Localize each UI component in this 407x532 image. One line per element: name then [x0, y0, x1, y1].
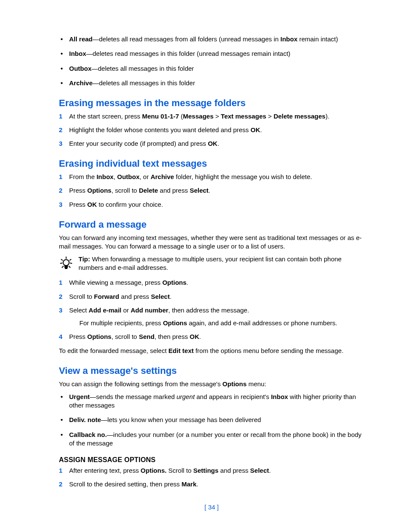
text: menu:	[247, 380, 266, 387]
text: —deletes read messages in this folder (u…	[86, 50, 291, 57]
key: Options	[87, 187, 112, 194]
italic: urgent	[177, 393, 195, 400]
text: Press	[69, 187, 87, 194]
menu-item: Options	[222, 380, 247, 387]
key: Select	[190, 187, 209, 194]
step: After entering text, press Options. Scro…	[59, 466, 364, 475]
text: You can assign the following settings fr…	[59, 380, 222, 387]
text: ).	[326, 113, 329, 120]
paragraph-forward: You can forward any incoming text messag…	[59, 234, 364, 251]
steps-assign: After entering text, press Options. Scro…	[59, 466, 364, 489]
term: All read	[69, 35, 93, 43]
step: From the Inbox, Outbox, or Archive folde…	[59, 173, 364, 181]
text: remain intact)	[297, 35, 338, 43]
text: to confirm your choice.	[97, 201, 163, 208]
svg-rect-9	[65, 268, 67, 269]
key: OK	[250, 126, 260, 133]
heading-forward: Forward a message	[59, 218, 364, 231]
step: Select Add e-mail or Add number, then ad…	[59, 306, 364, 328]
text: .	[218, 140, 219, 147]
text: .	[199, 333, 201, 340]
key: OK	[190, 333, 200, 340]
text: —sends the message marked	[90, 393, 176, 400]
text: , scroll to	[111, 333, 139, 340]
text: To edit the forwarded message, select	[59, 347, 169, 354]
lightbulb-icon	[59, 255, 78, 272]
text: and press	[119, 293, 151, 300]
text: from the options menu before sending the…	[194, 347, 343, 354]
text: ,	[113, 173, 117, 180]
svg-line-2	[61, 259, 63, 260]
menu-item: Edit text	[169, 347, 194, 354]
step: Press OK to confirm your choice.	[59, 200, 364, 209]
text: , then address the message.	[169, 306, 249, 314]
text: .	[260, 126, 262, 133]
menu-item: Add number	[131, 306, 168, 314]
key: Select	[250, 467, 269, 474]
steps-erasing-folders: At the start screen, press Menu 01-1-7 (…	[59, 112, 364, 148]
menu-item: Text messages	[221, 113, 266, 120]
text: .	[170, 293, 172, 300]
tip-block: Tip: When forwarding a message to multip…	[59, 255, 364, 272]
text: Press	[69, 201, 87, 208]
term: Callback no.	[69, 431, 107, 438]
text: , or	[140, 173, 151, 180]
step: Scroll to the desired setting, then pres…	[59, 480, 364, 489]
text: Scroll to	[69, 293, 94, 300]
svg-line-6	[62, 266, 64, 268]
text: and press	[218, 467, 250, 474]
heading-assign-options: ASSIGN MESSAGE OPTIONS	[59, 455, 364, 465]
step: Scroll to Forward and press Select.	[59, 292, 364, 301]
text: After entering text, press	[69, 467, 141, 474]
step: Highlight the folder whose contents you …	[59, 126, 364, 134]
svg-point-0	[63, 260, 69, 266]
page-number: [ 34 ]	[59, 503, 364, 512]
text: .	[269, 467, 271, 474]
paragraph-forward-edit: To edit the forwarded message, select Ed…	[59, 347, 364, 355]
folder-options-list: All read—deletes all read messages from …	[59, 35, 364, 87]
text: —deletes all read messages from all fold…	[93, 35, 280, 43]
text: and appears in recipient's	[195, 393, 271, 400]
text: Scroll to	[166, 467, 193, 474]
text: Enter your security code (if prompted) a…	[69, 140, 208, 147]
text: From the	[69, 173, 96, 180]
text: , scroll to	[111, 187, 139, 194]
text: >	[266, 113, 273, 120]
text: .	[209, 187, 210, 194]
text: and press	[158, 187, 189, 194]
folder: Inbox	[96, 173, 113, 180]
tip-text: Tip: When forwarding a message to multip…	[78, 255, 364, 272]
folder: Inbox	[271, 393, 288, 400]
key: Options	[163, 319, 187, 327]
text: While viewing a message, press	[69, 279, 162, 286]
settings-list: Urgent—sends the message marked urgent a…	[59, 393, 364, 448]
menu-item: Forward	[94, 293, 119, 300]
text: At the start screen, press	[69, 113, 142, 120]
key: OK	[208, 140, 218, 147]
term: Urgent	[69, 393, 90, 400]
text: —includes your number (or a number you e…	[69, 431, 361, 447]
term: Inbox	[280, 35, 297, 43]
list-item: Outbox—deletes all messages in this fold…	[59, 64, 364, 73]
text: , then press	[154, 333, 190, 340]
heading-erasing-folders: Erasing messages in the message folders	[59, 97, 364, 110]
term: Outbox	[69, 65, 92, 72]
key: Select	[151, 293, 170, 300]
step: At the start screen, press Menu 01-1-7 (…	[59, 112, 364, 121]
text: Select	[69, 306, 89, 314]
svg-rect-8	[64, 266, 68, 268]
menu-item: Add e-mail	[89, 306, 122, 314]
step: While viewing a message, press Options.	[59, 278, 364, 287]
key: OK	[87, 201, 97, 208]
text: (	[179, 113, 183, 120]
text: For multiple recipients, press	[79, 319, 163, 327]
text: >	[214, 113, 221, 120]
step-sub: For multiple recipients, press Options a…	[69, 319, 364, 327]
step: Press Options, scroll to Delete and pres…	[59, 186, 364, 195]
list-item: Urgent—sends the message marked urgent a…	[59, 393, 364, 410]
step: Press Options, scroll to Send, then pres…	[59, 332, 364, 341]
text: or	[122, 306, 131, 314]
list-item: Inbox—deletes read messages in this fold…	[59, 49, 364, 58]
text: .	[186, 279, 188, 286]
key: Options.	[141, 467, 167, 474]
